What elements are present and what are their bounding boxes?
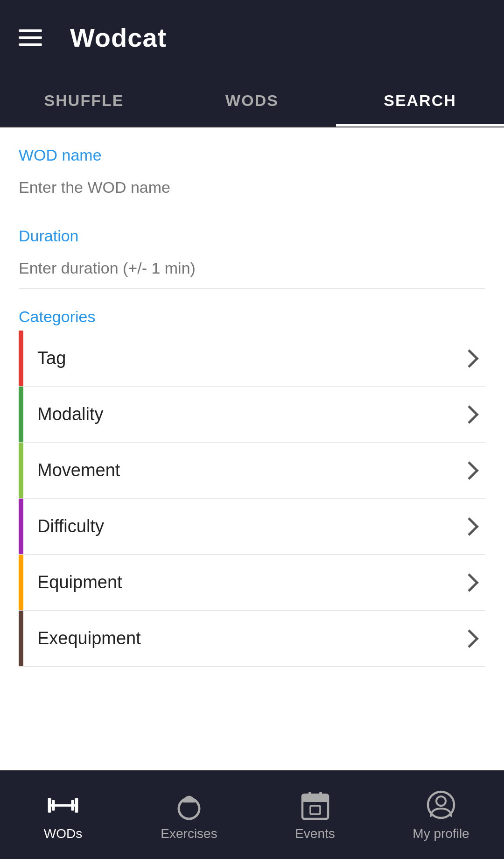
- exequipment-indicator: [19, 611, 23, 666]
- wods-icon: [47, 789, 79, 822]
- search-content: WOD name Duration Categories Tag Modalit…: [0, 127, 504, 771]
- svg-rect-9: [308, 792, 311, 798]
- exequipment-chevron: [460, 629, 479, 648]
- modality-label: Modality: [33, 404, 463, 424]
- wod-name-input[interactable]: [19, 174, 485, 208]
- category-row-exequipment[interactable]: Exequipment: [19, 611, 485, 667]
- nav-my-profile-label: My profile: [413, 826, 469, 841]
- movement-label: Movement: [33, 460, 463, 480]
- tab-wods[interactable]: WODS: [168, 75, 336, 127]
- difficulty-chevron: [460, 517, 479, 536]
- nav-events[interactable]: Events: [252, 789, 378, 841]
- exequipment-label: Exequipment: [33, 628, 463, 648]
- svg-rect-1: [48, 798, 51, 813]
- exercises-icon: [173, 789, 205, 822]
- svg-rect-11: [310, 806, 320, 814]
- nav-my-profile[interactable]: My profile: [378, 789, 504, 841]
- svg-rect-6: [182, 799, 196, 803]
- nav-exercises[interactable]: Exercises: [126, 789, 252, 841]
- svg-rect-8: [302, 795, 328, 802]
- svg-rect-10: [319, 792, 322, 798]
- tab-search[interactable]: SEARCH: [336, 75, 504, 127]
- equipment-label: Equipment: [33, 572, 463, 592]
- modality-indicator: [19, 387, 23, 442]
- equipment-chevron: [460, 573, 479, 592]
- app-header: Wodcat: [0, 0, 504, 75]
- difficulty-label: Difficulty: [33, 516, 463, 536]
- svg-rect-4: [75, 798, 78, 813]
- category-row-tag[interactable]: Tag: [19, 331, 485, 387]
- hamburger-menu[interactable]: [19, 29, 42, 46]
- nav-wods[interactable]: WODs: [0, 789, 126, 841]
- modality-chevron: [460, 405, 479, 424]
- categories-label: Categories: [19, 308, 485, 326]
- nav-wods-label: WODs: [44, 826, 82, 841]
- bottom-navigation: WODs Exercises: [0, 770, 504, 859]
- wod-name-label: WOD name: [19, 146, 485, 164]
- category-row-equipment[interactable]: Equipment: [19, 555, 485, 611]
- duration-label: Duration: [19, 227, 485, 245]
- duration-input[interactable]: [19, 254, 485, 289]
- equipment-indicator: [19, 555, 23, 610]
- nav-events-label: Events: [295, 826, 335, 841]
- app-title: Wodcat: [70, 22, 167, 53]
- difficulty-indicator: [19, 499, 23, 554]
- movement-indicator: [19, 443, 23, 498]
- category-list: Tag Modality Movement Difficulty Equipme…: [19, 331, 485, 667]
- my-profile-icon: [425, 789, 457, 822]
- nav-exercises-label: Exercises: [161, 826, 217, 841]
- events-icon: [299, 789, 331, 822]
- tab-bar: SHUFFLE WODS SEARCH: [0, 75, 504, 127]
- svg-point-13: [436, 796, 446, 806]
- tag-chevron: [460, 349, 479, 368]
- tab-shuffle[interactable]: SHUFFLE: [0, 75, 168, 127]
- svg-rect-2: [52, 800, 55, 810]
- tag-indicator: [19, 331, 23, 386]
- category-row-difficulty[interactable]: Difficulty: [19, 499, 485, 555]
- category-row-movement[interactable]: Movement: [19, 443, 485, 499]
- movement-chevron: [460, 461, 479, 480]
- tag-label: Tag: [33, 348, 463, 368]
- category-row-modality[interactable]: Modality: [19, 387, 485, 443]
- svg-rect-3: [71, 800, 74, 810]
